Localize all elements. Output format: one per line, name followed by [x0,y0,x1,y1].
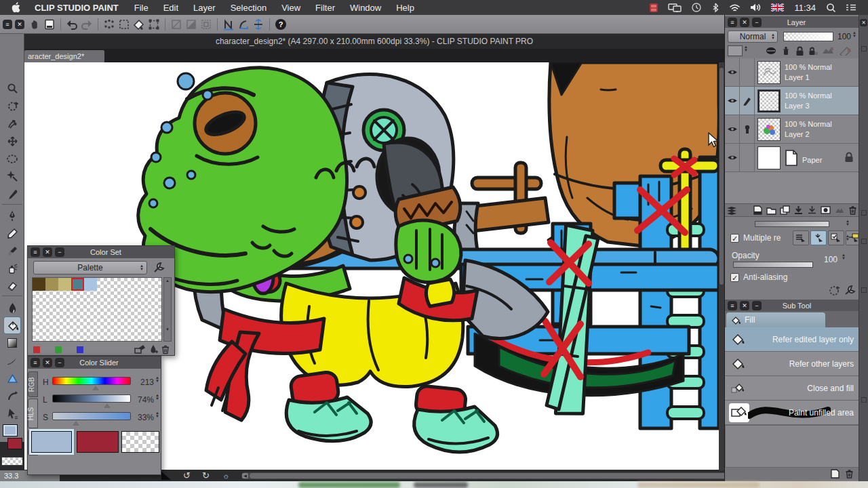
menu-layer[interactable]: Layer [186,3,223,13]
sub-tool-header[interactable]: ≡ ✕ − Sub Tool [725,300,859,311]
layer-opacity-slider[interactable] [783,32,833,41]
tool-figure[interactable] [4,370,20,386]
tool-move[interactable] [4,133,20,149]
color-set-scrollbar[interactable]: ▲▼ [163,277,172,342]
sub-tool-item-refer-other[interactable]: Refer other layers [725,352,859,376]
layer-opacity-stepper[interactable]: ▲▼ [852,31,856,38]
delete-sub-tool-icon[interactable] [845,469,854,479]
color-slider-header[interactable]: ≡ ✕ − Color Slider [28,357,161,369]
layer-color-stepper[interactable]: ▲▼ [744,45,748,52]
bluetooth-icon[interactable] [711,2,719,13]
current-color-swatch[interactable] [31,431,72,453]
scroll-left-icon[interactable]: ◀ [242,473,248,479]
redo-icon[interactable] [79,17,94,32]
red-swatch[interactable] [33,346,40,353]
layer-panel-header[interactable]: ≡ ✕ − Layer [725,16,859,28]
close-icon[interactable]: ✕ [43,247,52,257]
swatch[interactable] [45,278,58,291]
reset-tool-icon[interactable] [828,285,840,297]
menu-app-name[interactable]: CLIP STUDIO PAINT [35,3,119,13]
layer-row-layer1[interactable]: 100 % NormalLayer 1 [725,58,859,87]
tool-zoom[interactable] [4,80,20,96]
dock-icon[interactable] [861,239,867,244]
swatch[interactable] [84,278,97,291]
delete-layer-icon[interactable] [846,204,859,216]
reselect-icon[interactable] [117,17,132,32]
visibility-eye-icon[interactable] [725,144,740,172]
blue-swatch[interactable] [77,346,83,353]
selected-swatch[interactable] [71,278,84,291]
background-color-swatch[interactable] [7,438,22,449]
add-sub-tool-icon[interactable] [831,469,840,479]
transfer-down-icon[interactable] [805,204,818,216]
layer-row-layer3-selected[interactable]: 100 % NormalLayer 3 [725,87,859,115]
sub-tool-item-refer-edited[interactable]: Refer edited layer only [725,327,859,352]
ref-all-layers-button[interactable] [793,230,809,245]
menu-filter[interactable]: Filter [308,3,342,13]
panel-menu-icon[interactable]: ≡ [31,247,40,257]
undo-icon[interactable] [64,17,79,32]
tool-selection[interactable] [4,150,20,167]
opacity-stepper[interactable]: ▲▼ [842,253,846,260]
fit-corner-icon[interactable] [161,472,171,480]
tool-curve[interactable] [4,388,20,404]
s-slider[interactable] [52,412,131,420]
visibility-eye-icon[interactable] [725,115,740,144]
layer-thumbnail[interactable] [757,146,781,169]
canvas-vertical-scrollbar[interactable] [719,62,724,470]
combine-icon[interactable] [764,45,778,57]
layer-thumbnail[interactable] [757,61,781,84]
tool-fill[interactable] [4,317,20,333]
layer-thumbnail[interactable] [757,118,781,141]
wrench-icon[interactable] [151,261,166,274]
blend-mode-dropdown[interactable]: Normal ▲▼ [728,30,778,43]
s-stepper[interactable]: ▲▼ [155,411,159,418]
tool-decoration[interactable] [4,352,20,369]
dock-icon[interactable] [861,46,867,52]
layer-row-layer2[interactable]: 100 % NormalLayer 2 [725,115,859,144]
tool-blend[interactable] [4,300,20,316]
time-machine-icon[interactable] [691,2,702,13]
crop-icon[interactable] [199,17,214,32]
panel-menu-icon[interactable]: ≡ [728,18,737,27]
lock-icon[interactable] [793,45,806,57]
ink-icon[interactable] [779,45,793,57]
dock-icon[interactable] [861,397,867,403]
opacity-slider[interactable] [733,262,813,268]
sub-color-swatch[interactable] [77,431,119,453]
spotlight-icon[interactable] [826,3,836,13]
visibility-eye-icon[interactable] [725,87,740,115]
menu-view[interactable]: View [274,3,308,13]
menu-selection[interactable]: Selection [223,3,274,13]
wifi-icon[interactable] [729,3,741,12]
layer-mask-icon[interactable] [818,204,832,216]
displays-icon[interactable] [668,3,682,13]
replace-color-icon[interactable] [134,344,146,354]
new-folder-icon[interactable] [764,204,778,216]
foreground-color-swatch[interactable] [3,424,18,436]
snap-special-ruler-icon[interactable] [236,17,251,32]
palette-dock-icon[interactable] [725,204,738,216]
toolbox-close-icon[interactable]: ✕ [15,20,24,29]
h-slider[interactable] [52,377,131,385]
color-set-header[interactable]: ≡ ✕ − Color Set [28,246,174,258]
menu-help[interactable]: Help [389,3,422,13]
help-icon[interactable]: ? [273,17,288,32]
multiple-ref-checkbox[interactable]: ✓ [730,234,739,243]
tool-operation[interactable] [4,405,20,422]
tool-pencil[interactable] [4,225,20,241]
pan-hand-icon[interactable] [27,17,42,32]
menu-clock[interactable]: 11:34 [794,3,816,13]
clip-mask-icon[interactable] [832,204,846,216]
screen-recorder-icon[interactable] [649,3,658,13]
tolerance-slider[interactable] [755,221,829,227]
minimize-icon[interactable]: − [55,247,64,257]
tool-eraser[interactable] [4,278,20,294]
tab-hls[interactable]: HLS [28,399,38,428]
clear-selection-icon[interactable] [132,17,146,32]
apple-logo-icon[interactable] [12,2,20,13]
reset-view-icon[interactable]: ☼ [222,470,229,481]
new-layer-icon[interactable] [751,204,764,216]
snap-grid-icon[interactable] [251,17,266,32]
layer-row-paper[interactable]: Paper [725,144,859,172]
